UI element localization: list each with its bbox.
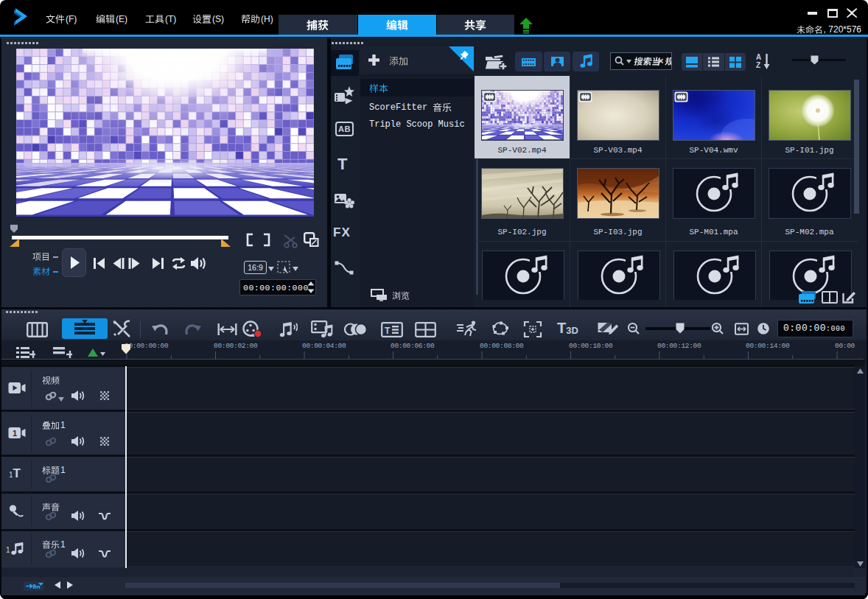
svg-text:Z: Z <box>756 61 760 69</box>
svg-text:T: T <box>385 326 391 336</box>
svg-text:1: 1 <box>6 546 10 554</box>
svg-text:A: A <box>756 53 761 61</box>
svg-text:1: 1 <box>13 429 17 438</box>
